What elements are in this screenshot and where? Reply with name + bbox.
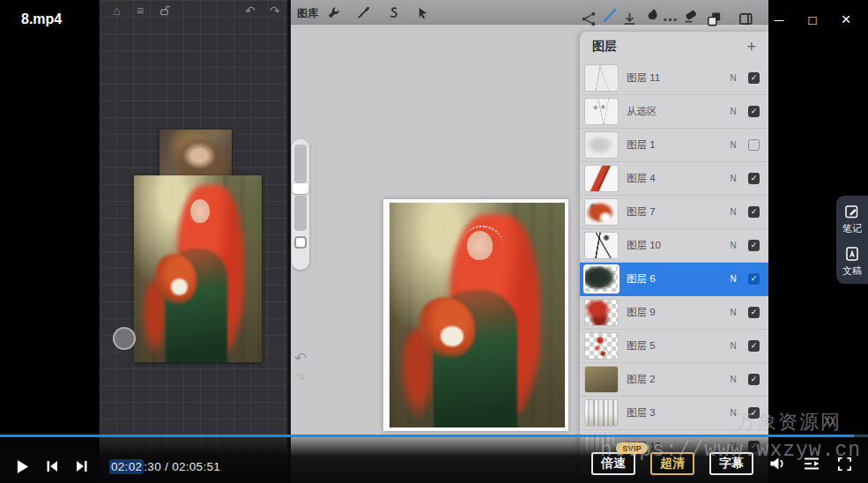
window-controls: ─ □ × bbox=[762, 7, 863, 32]
layer-thumbnail[interactable] bbox=[585, 166, 618, 191]
layer-thumbnail[interactable] bbox=[585, 333, 618, 359]
layer-row[interactable]: 从选区 N bbox=[580, 95, 768, 129]
layer-blend-mode[interactable]: N bbox=[727, 375, 739, 384]
layer-visibility-checkbox[interactable] bbox=[748, 340, 760, 352]
svip-badge: SVIP bbox=[616, 442, 648, 454]
layer-visibility-checkbox[interactable] bbox=[748, 72, 760, 84]
layer-name: 图层 7 bbox=[627, 205, 718, 219]
layer-visibility-checkbox[interactable] bbox=[748, 206, 760, 218]
layer-visibility-checkbox[interactable] bbox=[748, 307, 760, 318]
playback-controls: 02:02:30 / 02:05:51 bbox=[14, 458, 220, 474]
layer-row[interactable]: 图层 3 N bbox=[580, 397, 768, 430]
unlock-icon[interactable] bbox=[159, 4, 170, 19]
canvas-undo-icon[interactable]: ↶ bbox=[294, 349, 307, 368]
layer-visibility-checkbox[interactable] bbox=[748, 173, 760, 184]
duplicate-layers-icon[interactable] bbox=[706, 11, 723, 27]
modify-button[interactable] bbox=[294, 236, 307, 249]
gallery-button[interactable]: 图库 bbox=[297, 6, 318, 21]
layer-thumbnail[interactable] bbox=[585, 99, 618, 124]
layer-blend-mode[interactable]: N bbox=[727, 107, 739, 116]
layer-thumbnail[interactable] bbox=[585, 233, 618, 258]
undo-icon[interactable]: ↶ bbox=[245, 4, 256, 18]
layer-row[interactable]: 图层 2 N bbox=[580, 363, 768, 397]
notes-button[interactable]: 笔记 bbox=[842, 204, 862, 235]
layer-row[interactable]: 图层 10 N bbox=[580, 229, 768, 263]
layers-panel-header: 图层 + bbox=[580, 32, 768, 62]
layer-blend-mode[interactable]: N bbox=[727, 174, 739, 183]
layer-thumbnail[interactable] bbox=[585, 300, 618, 325]
sidebar-toggle-icon[interactable] bbox=[738, 11, 754, 27]
playlist-settings-icon[interactable] bbox=[802, 455, 820, 473]
reference-photo-girl-with-fox[interactable] bbox=[134, 175, 262, 362]
layer-visibility-checkbox[interactable] bbox=[748, 240, 760, 251]
quality-button[interactable]: 超清 bbox=[650, 452, 694, 475]
layer-row-selected[interactable]: 图层 6 N bbox=[580, 263, 768, 296]
volume-icon[interactable] bbox=[768, 455, 787, 473]
transform-arrow-icon[interactable] bbox=[416, 6, 429, 19]
layer-visibility-checkbox[interactable] bbox=[748, 407, 760, 419]
layer-blend-mode[interactable]: N bbox=[727, 408, 739, 418]
layer-row[interactable]: 图层 1 N bbox=[580, 129, 768, 162]
painting-canvas[interactable] bbox=[383, 199, 568, 431]
layer-thumbnail[interactable] bbox=[585, 199, 618, 225]
layer-row[interactable]: 图层 7 N bbox=[580, 196, 768, 229]
layer-row[interactable]: 图层 5 N bbox=[580, 330, 768, 363]
redo-icon[interactable]: ↷ bbox=[270, 4, 280, 18]
layer-visibility-checkbox[interactable] bbox=[748, 273, 760, 285]
download-icon[interactable] bbox=[621, 11, 638, 27]
layers-panel: 图层 + 图层 11 N 从选区 N 图层 1 N 图层 4 N bbox=[580, 32, 768, 483]
layer-thumbnail[interactable] bbox=[585, 266, 618, 292]
layer-visibility-checkbox[interactable] bbox=[748, 374, 760, 385]
minimize-button[interactable]: ─ bbox=[762, 7, 796, 32]
layer-name: 图层 4 bbox=[627, 172, 718, 185]
blue-pencil-icon[interactable] bbox=[602, 7, 619, 24]
layer-thumbnail[interactable] bbox=[585, 132, 618, 158]
brush-size-slider[interactable] bbox=[292, 139, 309, 270]
slider-handle[interactable] bbox=[293, 183, 308, 194]
docs-icon bbox=[844, 246, 860, 262]
eraser-icon[interactable] bbox=[683, 7, 700, 24]
layer-blend-mode[interactable]: N bbox=[727, 308, 739, 317]
layer-row[interactable]: 图层 4 N bbox=[580, 162, 768, 196]
layer-name: 图层 10 bbox=[627, 239, 718, 252]
paint-drop-icon[interactable] bbox=[643, 7, 660, 24]
video-frame[interactable]: ⌂ ≡ ↶ ↷ 图库 bbox=[100, 0, 768, 483]
layer-thumbnail[interactable] bbox=[585, 65, 618, 91]
close-button[interactable]: × bbox=[829, 7, 863, 32]
layer-blend-mode[interactable]: N bbox=[727, 73, 739, 83]
reference-toolbar: ⌂ ≡ ↶ ↷ bbox=[110, 4, 283, 19]
previous-button[interactable] bbox=[44, 458, 60, 474]
maximize-button[interactable]: □ bbox=[796, 7, 829, 32]
play-button[interactable] bbox=[14, 458, 30, 474]
docs-button[interactable]: 文稿 bbox=[842, 246, 862, 278]
layer-name: 图层 3 bbox=[627, 406, 718, 420]
selection-s-icon[interactable] bbox=[387, 6, 400, 19]
home-icon[interactable]: ⌂ bbox=[113, 4, 120, 18]
subtitle-button[interactable]: 字幕 bbox=[709, 452, 753, 475]
progress-bar[interactable] bbox=[0, 435, 868, 437]
add-layer-button[interactable]: + bbox=[746, 41, 756, 53]
slider-track-bottom bbox=[294, 196, 307, 231]
layer-thumbnail[interactable] bbox=[585, 367, 618, 392]
layer-blend-mode[interactable]: N bbox=[727, 274, 739, 284]
more-options-icon[interactable] bbox=[662, 11, 679, 27]
canvas-redo-icon[interactable]: ↷ bbox=[294, 370, 306, 386]
share-icon[interactable] bbox=[581, 11, 597, 27]
fullscreen-icon[interactable] bbox=[835, 455, 854, 473]
player-options: 倍速 SVIP 超清 字幕 bbox=[591, 452, 854, 475]
layer-blend-mode[interactable]: N bbox=[727, 341, 739, 351]
layer-blend-mode[interactable]: N bbox=[727, 207, 739, 217]
layer-name: 图层 11 bbox=[627, 71, 718, 85]
layer-blend-mode[interactable]: N bbox=[727, 140, 739, 150]
actions-wrench-icon[interactable] bbox=[327, 6, 340, 19]
next-button[interactable] bbox=[74, 458, 90, 474]
layer-visibility-checkbox[interactable] bbox=[748, 139, 760, 151]
layer-row[interactable]: 图层 9 N bbox=[580, 296, 768, 330]
menu-icon[interactable]: ≡ bbox=[137, 4, 144, 18]
adjustments-wand-icon[interactable] bbox=[357, 6, 370, 19]
layer-visibility-checkbox[interactable] bbox=[748, 106, 760, 117]
playback-speed-button[interactable]: 倍速 SVIP bbox=[591, 452, 635, 475]
layer-thumbnail[interactable] bbox=[585, 400, 618, 426]
layer-row[interactable]: 图层 11 N bbox=[580, 62, 768, 95]
layer-blend-mode[interactable]: N bbox=[727, 241, 739, 250]
